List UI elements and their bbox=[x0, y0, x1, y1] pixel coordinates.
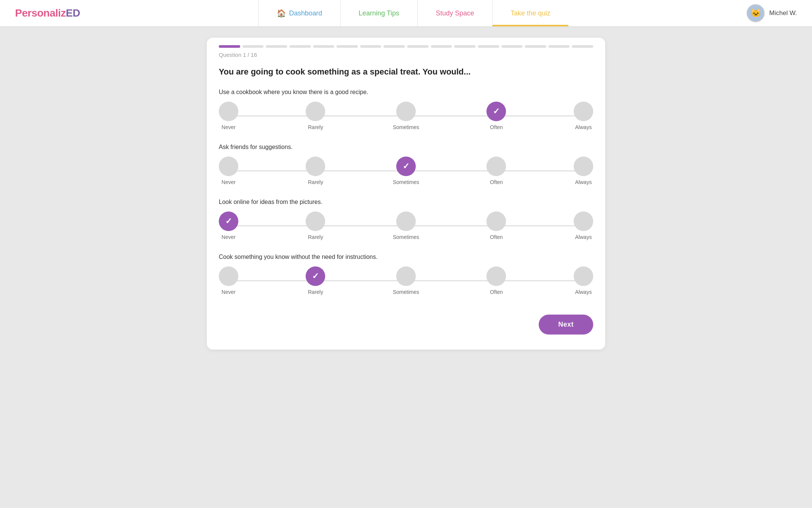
nav-dashboard[interactable]: 🏠 Dashboard bbox=[258, 0, 341, 26]
scale-circle-3-never[interactable] bbox=[219, 211, 238, 231]
scale-option-2-never[interactable]: Never bbox=[219, 157, 238, 185]
scale-row-2: NeverRarelySometimesOftenAlways bbox=[219, 157, 593, 185]
scale-circle-2-often[interactable] bbox=[486, 157, 506, 176]
scale-label-2-never: Never bbox=[221, 179, 235, 185]
progress-segment-15 bbox=[548, 45, 570, 48]
nav-study-space[interactable]: Study Space bbox=[418, 0, 492, 26]
scale-option-1-rarely[interactable]: Rarely bbox=[306, 102, 325, 130]
scale-circle-1-always[interactable] bbox=[574, 102, 593, 121]
scale-circle-3-sometimes[interactable] bbox=[396, 211, 416, 231]
scale-circle-1-often[interactable] bbox=[486, 102, 506, 121]
sub-question-label-3: Look online for ideas from the pictures. bbox=[219, 199, 593, 205]
progress-segment-8 bbox=[383, 45, 405, 48]
sub-question-4: Cook something you know without the need… bbox=[219, 254, 593, 297]
scale-label-4-often: Often bbox=[490, 289, 503, 295]
scale-circle-4-never[interactable] bbox=[219, 266, 238, 286]
scale-label-2-rarely: Rarely bbox=[308, 179, 323, 185]
scale-circle-1-sometimes[interactable] bbox=[396, 102, 416, 121]
scale-label-3-often: Often bbox=[490, 234, 503, 240]
quiz-card: Question 1 / 16 You are going to cook so… bbox=[207, 38, 605, 350]
scale-label-3-always: Always bbox=[575, 234, 592, 240]
sub-question-1: Use a cookbook where you know there is a… bbox=[219, 89, 593, 132]
scale-circle-1-never[interactable] bbox=[219, 102, 238, 121]
scale-circle-3-always[interactable] bbox=[574, 211, 593, 231]
nav-dashboard-label: Dashboard bbox=[289, 9, 322, 17]
scale-label-1-always: Always bbox=[575, 124, 592, 130]
progress-segment-3 bbox=[266, 45, 287, 48]
nav-study-space-label: Study Space bbox=[436, 9, 474, 17]
scale-circle-3-rarely[interactable] bbox=[306, 211, 325, 231]
scale-option-4-rarely[interactable]: Rarely bbox=[306, 266, 325, 295]
avatar: 🐱 bbox=[747, 4, 765, 22]
scale-circle-4-rarely[interactable] bbox=[306, 266, 325, 286]
progress-segment-9 bbox=[407, 45, 429, 48]
next-button[interactable]: Next bbox=[539, 315, 593, 335]
scale-option-1-sometimes[interactable]: Sometimes bbox=[393, 102, 419, 130]
scale-circle-2-sometimes[interactable] bbox=[396, 157, 416, 176]
next-btn-container: Next bbox=[207, 306, 605, 335]
nav-learning-tips[interactable]: Learning Tips bbox=[341, 0, 418, 26]
scale-option-4-never[interactable]: Never bbox=[219, 266, 238, 295]
scale-label-1-sometimes: Sometimes bbox=[393, 124, 419, 130]
scale-option-3-always[interactable]: Always bbox=[574, 211, 593, 240]
progress-segment-11 bbox=[454, 45, 476, 48]
sub-question-3: Look online for ideas from the pictures.… bbox=[219, 199, 593, 242]
progress-segment-6 bbox=[336, 45, 358, 48]
progress-segment-12 bbox=[478, 45, 499, 48]
scale-circle-4-always[interactable] bbox=[574, 266, 593, 286]
question-counter: Question 1 / 16 bbox=[207, 48, 605, 58]
scale-label-4-always: Always bbox=[575, 289, 592, 295]
scale-option-3-sometimes[interactable]: Sometimes bbox=[393, 211, 419, 240]
progress-segment-16 bbox=[572, 45, 593, 48]
scale-option-2-rarely[interactable]: Rarely bbox=[306, 157, 325, 185]
main-nav: 🏠 Dashboard Learning Tips Study Space Ta… bbox=[80, 0, 747, 26]
questions-area: Use a cookbook where you know there is a… bbox=[207, 89, 605, 306]
scale-options-3: NeverRarelySometimesOftenAlways bbox=[219, 211, 593, 240]
scale-option-3-often[interactable]: Often bbox=[486, 211, 506, 240]
scale-options-1: NeverRarelySometimesOftenAlways bbox=[219, 102, 593, 130]
scale-option-4-often[interactable]: Often bbox=[486, 266, 506, 295]
progress-segment-7 bbox=[360, 45, 382, 48]
scale-option-2-always[interactable]: Always bbox=[574, 157, 593, 185]
scale-circle-2-rarely[interactable] bbox=[306, 157, 325, 176]
scale-label-4-sometimes: Sometimes bbox=[393, 289, 419, 295]
nav-take-quiz[interactable]: Take the quiz bbox=[492, 0, 568, 26]
scale-option-3-rarely[interactable]: Rarely bbox=[306, 211, 325, 240]
scale-option-2-often[interactable]: Often bbox=[486, 157, 506, 185]
scale-option-3-never[interactable]: Never bbox=[219, 211, 238, 240]
scale-option-4-always[interactable]: Always bbox=[574, 266, 593, 295]
scale-row-3: NeverRarelySometimesOftenAlways bbox=[219, 211, 593, 240]
progress-segment-2 bbox=[242, 45, 264, 48]
scale-label-3-sometimes: Sometimes bbox=[393, 234, 419, 240]
progress-segment-14 bbox=[525, 45, 546, 48]
main-content: Question 1 / 16 You are going to cook so… bbox=[0, 26, 812, 508]
scale-option-1-never[interactable]: Never bbox=[219, 102, 238, 130]
logo: PersonalizED bbox=[15, 7, 80, 19]
scale-option-4-sometimes[interactable]: Sometimes bbox=[393, 266, 419, 295]
scale-label-3-never: Never bbox=[221, 234, 235, 240]
scale-circle-4-often[interactable] bbox=[486, 266, 506, 286]
scale-circle-2-always[interactable] bbox=[574, 157, 593, 176]
sub-question-2: Ask friends for suggestions.NeverRarelyS… bbox=[219, 144, 593, 187]
scale-label-2-always: Always bbox=[575, 179, 592, 185]
scale-circle-2-never[interactable] bbox=[219, 157, 238, 176]
scale-label-4-never: Never bbox=[221, 289, 235, 295]
scale-circle-1-rarely[interactable] bbox=[306, 102, 325, 121]
scale-row-1: NeverRarelySometimesOftenAlways bbox=[219, 102, 593, 130]
nav-take-quiz-label: Take the quiz bbox=[511, 9, 550, 17]
username: Michel W. bbox=[769, 9, 797, 17]
scale-circle-3-often[interactable] bbox=[486, 211, 506, 231]
scale-option-2-sometimes[interactable]: Sometimes bbox=[393, 157, 419, 185]
scale-label-1-often: Often bbox=[490, 124, 503, 130]
progress-bar-container bbox=[207, 38, 605, 48]
scale-circle-4-sometimes[interactable] bbox=[396, 266, 416, 286]
scale-label-2-often: Often bbox=[490, 179, 503, 185]
progress-segment-1 bbox=[219, 45, 240, 48]
scale-option-1-often[interactable]: Often bbox=[486, 102, 506, 130]
progress-segment-10 bbox=[431, 45, 452, 48]
scale-label-2-sometimes: Sometimes bbox=[393, 179, 419, 185]
question-text: You are going to cook something as a spe… bbox=[207, 58, 605, 89]
scale-option-1-always[interactable]: Always bbox=[574, 102, 593, 130]
scale-label-1-rarely: Rarely bbox=[308, 124, 323, 130]
scale-label-4-rarely: Rarely bbox=[308, 289, 323, 295]
